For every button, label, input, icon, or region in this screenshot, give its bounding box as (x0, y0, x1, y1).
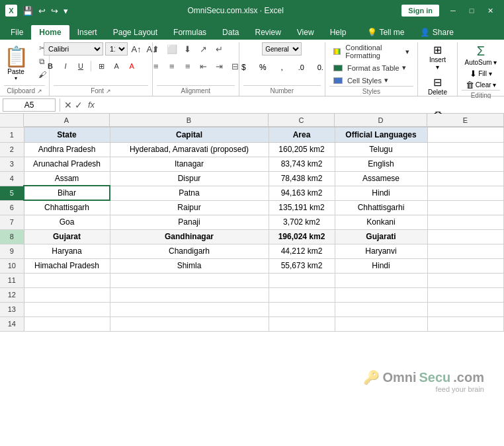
col-header-d[interactable]: D (335, 114, 427, 127)
cell-D12[interactable] (335, 287, 427, 302)
cell-B6[interactable]: Raipur (110, 200, 269, 215)
row-number[interactable]: 1 (0, 128, 24, 142)
row-number[interactable]: 12 (0, 287, 24, 302)
row-number[interactable]: 7 (0, 215, 24, 229)
tab-file[interactable]: File (3, 25, 31, 40)
cell-B9[interactable]: Chandigarh (110, 244, 269, 258)
cancel-formula-button[interactable]: ✕ (64, 100, 72, 110)
cell-A10[interactable]: Himachal Pradesh (24, 258, 110, 273)
cell-D8[interactable]: Gujarati (335, 229, 427, 244)
cell-D6[interactable]: Chhattisgarhi (335, 200, 427, 215)
align-right-button[interactable]: ≡ (181, 59, 195, 73)
italic-button[interactable]: I (59, 60, 72, 72)
row-number[interactable]: 5 (0, 186, 24, 200)
cell-A6[interactable]: Chhattisgarh (24, 200, 110, 215)
cell-C7[interactable]: 3,702 km2 (269, 215, 335, 229)
cell-B12[interactable] (110, 287, 269, 302)
align-bottom-button[interactable]: ⬇ (181, 42, 195, 56)
align-top-button[interactable]: ⬆ (149, 42, 163, 56)
cell-D9[interactable]: Haryanvi (335, 244, 427, 258)
undo-qat-button[interactable]: ↩ (37, 5, 47, 17)
cell-C9[interactable]: 44,212 km2 (269, 244, 335, 258)
cell-C11[interactable] (269, 273, 335, 287)
conditional-formatting-button[interactable]: Conditional Formatting ▾ (329, 42, 413, 61)
cell-C4[interactable]: 78,438 km2 (269, 171, 335, 186)
autosum-button[interactable]: Σ AutoSum ▾ (462, 42, 500, 67)
formula-input[interactable] (97, 98, 501, 112)
paste-button[interactable]: 📋 Paste ▾ (0, 42, 32, 85)
grid-scroll[interactable]: 1StateCapitalAreaOfficial Languages2Andh… (0, 128, 504, 446)
row-number[interactable]: 2 (0, 142, 24, 157)
cell-D13[interactable] (335, 302, 427, 316)
cell-B4[interactable]: Dispur (110, 171, 269, 186)
cell-C12[interactable] (269, 287, 335, 302)
cell-styles-button[interactable]: Cell Styles ▾ (329, 75, 392, 86)
customize-qat-button[interactable]: ▾ (62, 5, 69, 17)
cell-B8[interactable]: Gandhinagar (110, 229, 269, 244)
currency-button[interactable]: $ (235, 61, 252, 74)
cell-A4[interactable]: Assam (24, 171, 110, 186)
sign-in-button[interactable]: Sign in (401, 5, 439, 17)
row-number[interactable]: 6 (0, 200, 24, 215)
col-header-e[interactable]: E (427, 114, 504, 127)
confirm-formula-button[interactable]: ✓ (75, 100, 83, 110)
cell-B2[interactable]: Hyderabad, Amaravati (proposed) (110, 142, 269, 157)
wrap-text-button[interactable]: ↵ (212, 42, 227, 56)
row-number[interactable]: 13 (0, 302, 24, 316)
cell-C2[interactable]: 160,205 km2 (269, 142, 335, 157)
insert-cells-button[interactable]: ⊞ Insert ▾ (426, 42, 450, 72)
cell-B1[interactable]: Capital (110, 128, 269, 142)
font-color-button[interactable]: A (125, 60, 138, 72)
cell-A13[interactable] (24, 302, 110, 316)
decrease-decimal-button[interactable]: .0 (292, 61, 310, 74)
clear-button[interactable]: 🗑 Clear ▾ (466, 80, 497, 90)
comma-button[interactable]: , (273, 61, 290, 74)
font-size-select[interactable]: 11 (105, 42, 128, 56)
cell-C14[interactable] (269, 316, 335, 331)
tab-tell-me[interactable]: 💡 Tell me (359, 25, 412, 40)
tab-share[interactable]: 👤 Share (412, 25, 461, 40)
save-qat-button[interactable]: 💾 (21, 5, 34, 17)
row-number[interactable]: 9 (0, 244, 24, 258)
row-number[interactable]: 14 (0, 316, 24, 331)
cell-D3[interactable]: English (335, 157, 427, 171)
percent-button[interactable]: % (254, 61, 271, 74)
row-number[interactable]: 8 (0, 229, 24, 244)
cell-A2[interactable]: Andhra Pradesh (24, 142, 110, 157)
tab-help[interactable]: Help (322, 25, 355, 40)
cell-D7[interactable]: Konkani (335, 215, 427, 229)
align-center-button[interactable]: ≡ (165, 59, 179, 73)
close-button[interactable]: ✕ (482, 4, 499, 17)
cell-D4[interactable]: Assamese (335, 171, 427, 186)
tab-formulas[interactable]: Formulas (165, 25, 214, 40)
cell-C3[interactable]: 83,743 km2 (269, 157, 335, 171)
font-family-select[interactable]: Calibri (44, 42, 103, 56)
text-angle-button[interactable]: ↗ (196, 42, 211, 56)
cell-D14[interactable] (335, 316, 427, 331)
increase-indent-button[interactable]: ⇥ (212, 59, 227, 73)
cell-D2[interactable]: Telugu (335, 142, 427, 157)
cell-C1[interactable]: Area (269, 128, 335, 142)
cell-A3[interactable]: Arunachal Pradesh (24, 157, 110, 171)
align-left-button[interactable]: ≡ (149, 59, 163, 73)
align-middle-button[interactable]: ⬜ (165, 42, 179, 56)
cell-A8[interactable]: Gujarat (24, 229, 110, 244)
fill-button[interactable]: ⬇ Fill ▾ (470, 69, 492, 79)
number-format-select[interactable]: General (262, 42, 302, 56)
cell-D11[interactable] (335, 273, 427, 287)
tab-review[interactable]: Review (247, 25, 288, 40)
cell-A7[interactable]: Goa (24, 215, 110, 229)
col-header-c[interactable]: C (269, 114, 335, 127)
row-number[interactable]: 3 (0, 157, 24, 171)
cell-B13[interactable] (110, 302, 269, 316)
cell-A11[interactable] (24, 273, 110, 287)
cell-D5[interactable]: Hindi (335, 186, 427, 200)
tab-insert[interactable]: Insert (69, 25, 105, 40)
cell-D10[interactable]: Hindi (335, 258, 427, 273)
name-box[interactable]: A5 (3, 98, 56, 112)
tab-home[interactable]: Home (31, 25, 69, 40)
cell-A12[interactable] (24, 287, 110, 302)
underline-button[interactable]: U (74, 60, 87, 72)
format-as-table-button[interactable]: Format as Table ▾ (329, 62, 410, 73)
redo-qat-button[interactable]: ↪ (50, 5, 60, 17)
